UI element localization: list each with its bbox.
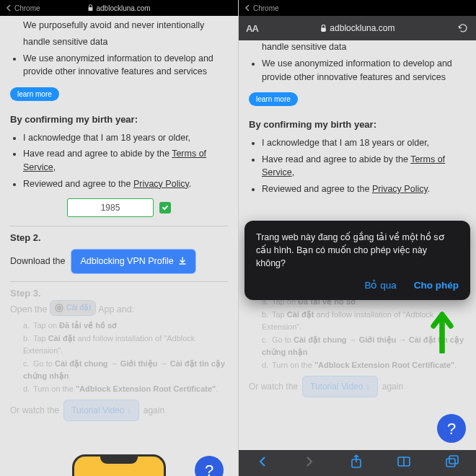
url-bar[interactable]: adblockluna.com: [264, 23, 451, 33]
tabs-button[interactable]: [445, 455, 459, 471]
prev-app-label[interactable]: Chrome: [14, 4, 40, 12]
download-profile-button[interactable]: Adblocking VPN Profile: [71, 249, 195, 274]
statusbar: Chrome adblockluna.com: [0, 0, 238, 16]
step3-open-line: Open the Cài đặt App and:: [10, 300, 228, 317]
birth-year-row: 1985: [10, 198, 228, 217]
settings-app-pill: Cài đặt: [50, 300, 96, 316]
privacy-policy-link[interactable]: Privacy Policy: [372, 184, 428, 194]
url-text: adblockluna.com: [96, 4, 150, 12]
safari-tabbar: [239, 450, 476, 476]
confirm-item-pp: Reviewed and agree to the Privacy Policy…: [23, 177, 228, 191]
prev-app-label[interactable]: Chrome: [253, 4, 279, 12]
step3-label: Step 3.: [10, 286, 228, 301]
arrow-up-icon: [430, 310, 454, 356]
confirm-item-age: I acknowledge that I am 18 years or olde…: [262, 136, 466, 150]
download-pre: Download the: [10, 255, 65, 268]
share-button[interactable]: [350, 454, 363, 472]
intro-item: We purposefully avoid and never intentio…: [23, 19, 228, 32]
intro-item-cont: handle sensitive data: [262, 40, 466, 54]
back-button[interactable]: [256, 455, 269, 471]
text-size-button[interactable]: AA: [246, 23, 258, 34]
learn-more-button[interactable]: learn more: [249, 92, 298, 106]
confirm-heading: By confirming my birth year:: [249, 118, 466, 132]
intro-list: We purposefully avoid and never intentio…: [23, 19, 228, 32]
chevron-left-icon: [6, 4, 12, 12]
url-text: adblockluna.com: [330, 23, 395, 33]
dialog-dismiss-button[interactable]: Bỏ qua: [364, 278, 396, 293]
tutorial-video-button[interactable]: Tutorial Video ↓: [302, 376, 378, 397]
download-icon: [178, 257, 187, 265]
intro-item: We use anonymized information to develop…: [23, 52, 228, 79]
url-bar: adblockluna.com: [87, 4, 150, 12]
dialog-body: Trang web này đang cố gắng tải về một hồ…: [256, 231, 459, 270]
gear-icon: [55, 304, 63, 312]
privacy-policy-link[interactable]: Privacy Policy: [133, 179, 189, 189]
svg-rect-5: [449, 456, 458, 464]
step2-label: Step 2.: [10, 231, 228, 245]
help-fab[interactable]: ?: [195, 456, 224, 476]
chevron-left-icon: [244, 4, 250, 12]
svg-rect-4: [446, 459, 455, 467]
safari-nav-bar: AA adblockluna.com: [239, 16, 476, 40]
confirm-item-age: I acknowledge that I am 18 years or olde…: [23, 131, 228, 145]
confirm-item-pp: Reviewed and agree to the Privacy Policy…: [262, 182, 466, 196]
lock-icon: [320, 25, 327, 32]
confirm-item-tos: Have read and agree to abide by the Term…: [262, 153, 466, 180]
reload-icon[interactable]: [457, 23, 469, 33]
svg-rect-0: [88, 7, 92, 11]
birth-year-input[interactable]: 1985: [67, 198, 154, 217]
divider: [10, 226, 228, 226]
step3-substeps: a.Tap on Đã tải về hồ sơ b.Tap Cài đặt a…: [23, 319, 228, 395]
tutorial-video-button[interactable]: Tutorial Video ↓: [63, 400, 139, 421]
watch-post: again: [382, 380, 403, 393]
phone-illustration: [72, 454, 166, 476]
bookmarks-button[interactable]: [397, 456, 411, 470]
watch-post: again: [144, 404, 164, 417]
help-fab[interactable]: ?: [437, 414, 466, 443]
divider: [10, 281, 228, 282]
config-profile-dialog: Trang web này đang cố gắng tải về một hồ…: [244, 221, 470, 300]
watch-pre: Or watch the: [10, 404, 59, 417]
statusbar: Chrome: [239, 0, 476, 16]
svg-rect-1: [322, 27, 327, 32]
intro-item-cont: handle sensitive data: [23, 35, 228, 49]
lock-icon: [87, 4, 93, 12]
confirm-heading: By confirming my birth year:: [10, 113, 228, 127]
checkmark-icon: [159, 202, 171, 213]
watch-pre: Or watch the: [249, 380, 298, 393]
forward-button: [303, 455, 316, 471]
learn-more-button[interactable]: learn more: [10, 87, 59, 101]
confirm-item-tos: Have read and agree to abide by the Term…: [23, 147, 228, 175]
intro-item: We use anonymized information to develop…: [262, 57, 466, 84]
dialog-allow-button[interactable]: Cho phép: [414, 278, 459, 293]
